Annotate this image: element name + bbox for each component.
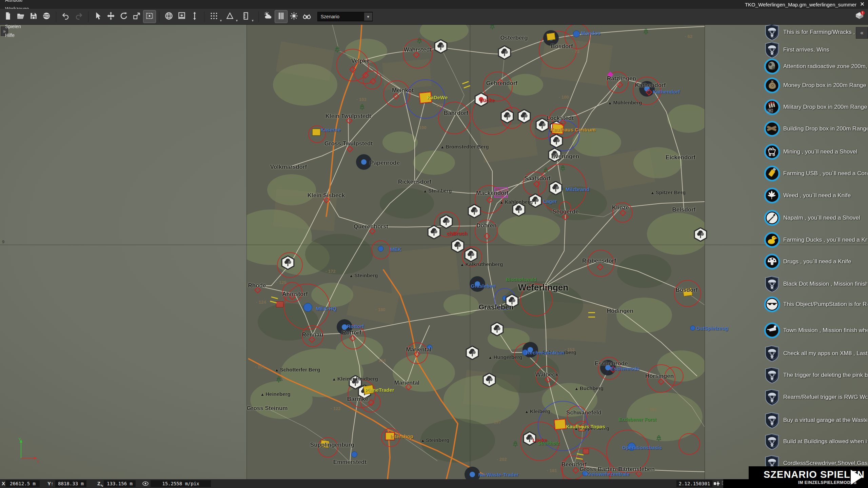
briefing-item[interactable]: Black Dot Mission , Mission finish when … xyxy=(764,275,867,293)
briefing-item[interactable]: This is for Farming/Wracks , ! Claim n xyxy=(764,23,867,41)
sunglasses-icon xyxy=(764,296,781,313)
map-label-town: Barmke xyxy=(347,396,368,403)
tree-icon xyxy=(490,24,495,31)
angle-snap-dropdown-arrow[interactable]: ▼ xyxy=(235,19,238,22)
mission-zone-circle xyxy=(520,284,553,316)
grid-snap-dropdown-arrow[interactable]: ▼ xyxy=(219,19,222,22)
open-folder-button[interactable] xyxy=(15,11,27,23)
briefing-item[interactable]: Napalm , you`ll need a Shovel xyxy=(764,209,867,227)
angle-snap-button[interactable] xyxy=(224,11,236,23)
menu-item-hilfe[interactable]: Hilfe xyxy=(0,31,39,40)
poi-dark-circle-marker xyxy=(639,81,655,97)
sun-button[interactable] xyxy=(288,11,300,23)
map-label-peak: ▲Steinberg xyxy=(349,272,378,278)
panel-collapse-button[interactable]: « xyxy=(856,27,868,39)
briefing-item[interactable]: Farming USB , you`ll need a CordlessScre… xyxy=(764,164,867,183)
briefing-item[interactable]: This Object/PumpStation is for Rearm/Ref… xyxy=(764,295,867,313)
coord-y-value[interactable]: 8818.33 m xyxy=(55,480,86,487)
briefing-item[interactable]: Buy a virtual garage at the Wastedump Tr… xyxy=(764,411,867,429)
gamepad-icon[interactable] xyxy=(713,481,720,487)
vertical-move-button[interactable] xyxy=(189,11,201,23)
new-file-button[interactable] xyxy=(2,11,14,23)
play-scenario-button[interactable]: SZENARIO SPIELEN IM EINZELSPIELERMODUS xyxy=(749,466,868,488)
map-viewport[interactable]: 9 9 » · 103· 101· 100· 100· 98· 73· 62· … xyxy=(0,24,868,479)
map-scale-value[interactable]: 15.2558 m/pix xyxy=(151,480,211,487)
map-label-red: Lücke xyxy=(480,97,494,103)
select-cursor-button[interactable] xyxy=(92,11,104,23)
briefing-item-text: The trigger for deleting the pink box ar… xyxy=(783,372,867,379)
coord-z-value[interactable]: 133.156 m xyxy=(104,480,136,487)
mission-zone-circle xyxy=(561,455,585,479)
town-diamond-marker xyxy=(646,89,652,96)
briefing-item[interactable]: Weed , you`ll need a Knife xyxy=(764,186,867,205)
drop-box-marker xyxy=(554,419,566,430)
briefing-item[interactable]: Drugs , you`ll need a Knife xyxy=(764,252,867,271)
map-label-town: Emmerstedt xyxy=(333,459,367,466)
surface-snap-button[interactable] xyxy=(176,11,188,23)
binoculars-button[interactable] xyxy=(301,11,313,23)
undo-button[interactable] xyxy=(60,11,72,23)
box-select-button[interactable] xyxy=(143,11,156,23)
box-select-icon xyxy=(145,12,154,22)
scenario-combobox[interactable]: Szenario▼ xyxy=(317,12,373,21)
menu-item-attribute[interactable]: Attribute xyxy=(0,0,39,4)
forest-mission-hex-marker xyxy=(466,346,479,361)
map-label-town: Everingen xyxy=(551,153,579,160)
briefing-item[interactable]: Building Drop box in 200m Range with Duc… xyxy=(764,120,867,138)
briefing-item-text: Drugs , you`ll need a Knife xyxy=(783,258,851,265)
briefing-item[interactable]: Attention radioactive zone 200m,you`ll n… xyxy=(764,57,867,76)
drop-box-marker xyxy=(683,288,693,296)
rotate-tool-button[interactable] xyxy=(118,11,130,23)
chevron-down-icon[interactable]: ▼ xyxy=(364,13,372,21)
forest-mission-hex-marker xyxy=(523,431,536,447)
trader-box-marker xyxy=(276,301,283,307)
grid-snap-button[interactable] xyxy=(208,11,220,23)
tree-icon xyxy=(560,165,565,172)
briefing-item[interactable]: Money Drop box in 200m Range with Ducks xyxy=(764,76,867,95)
drop-box-marker xyxy=(312,129,320,136)
town-diamond-marker xyxy=(309,336,315,343)
briefing-item[interactable]: Build at Buildings allowed when its Poss… xyxy=(764,432,867,451)
mission-zone-circle xyxy=(674,280,701,307)
planks-icon xyxy=(764,120,781,137)
briefing-item[interactable]: Check all my apps on XM8 , Last AI,Playe… xyxy=(764,344,867,363)
coord-x-value[interactable]: 26612.5 m xyxy=(6,480,40,487)
map-label-town: Eickendorf xyxy=(666,154,695,161)
bridge-marker xyxy=(270,297,278,304)
usb-icon xyxy=(764,165,781,182)
briefing-item-text: Buy a virtual garage at the Wastedump Tr… xyxy=(783,417,867,424)
measure-dropdown-arrow[interactable]: ▼ xyxy=(251,19,254,22)
briefing-item[interactable]: Town Mission , Mission finish when 80% a… xyxy=(764,321,867,340)
briefing-item[interactable]: BGMilitary Drop box in 200m Range with D… xyxy=(764,98,867,116)
world-save-button[interactable] xyxy=(40,11,53,23)
duck-icon xyxy=(764,231,781,248)
sun-icon xyxy=(290,12,298,22)
mission-zone-circle xyxy=(462,246,482,267)
scenario-combobox-value: Szenario xyxy=(321,14,339,19)
briefing-item[interactable]: First arrives, Wins xyxy=(764,41,867,59)
briefing-item[interactable]: Mining , you`ll need a Shovel xyxy=(764,143,867,161)
briefing-item-text: Building Drop box in 200m Range with Duc… xyxy=(783,125,867,132)
rain-button[interactable] xyxy=(275,11,287,23)
map-label-town: Schwanefeld xyxy=(566,409,601,416)
briefing-item[interactable]: Rearm/Refuel trigger is RWG Workbench 50… xyxy=(764,388,867,406)
package-warning-icon[interactable]: ! xyxy=(854,11,865,22)
briefing-item[interactable]: Farming Ducks , you`ll need a Knife xyxy=(764,231,867,249)
scale-tool-button[interactable] xyxy=(131,11,143,23)
close-icon[interactable]: ✕ xyxy=(856,0,868,9)
briefing-item-text: CordlessScrewdriver,Shovel,GasMask is on… xyxy=(783,460,867,467)
move-tool-button[interactable] xyxy=(105,11,117,23)
trader-zone-circle xyxy=(538,401,588,451)
redo-button[interactable] xyxy=(73,11,85,23)
globe-button[interactable] xyxy=(163,11,175,23)
elevation-label: · 153 xyxy=(565,347,575,352)
weather-clouds-button[interactable] xyxy=(262,11,274,23)
undo-icon xyxy=(61,12,70,22)
briefing-item[interactable]: The trigger for deleting the pink box ar… xyxy=(764,366,867,384)
map-label-town: Ribbensdorf xyxy=(582,258,616,264)
briefing-item-text: Town Mission , Mission finish when 80% a… xyxy=(783,327,867,334)
town-diamond-marker xyxy=(610,366,616,373)
measure-button[interactable] xyxy=(240,11,252,23)
play-icon xyxy=(851,470,862,485)
save-button[interactable] xyxy=(27,11,40,23)
